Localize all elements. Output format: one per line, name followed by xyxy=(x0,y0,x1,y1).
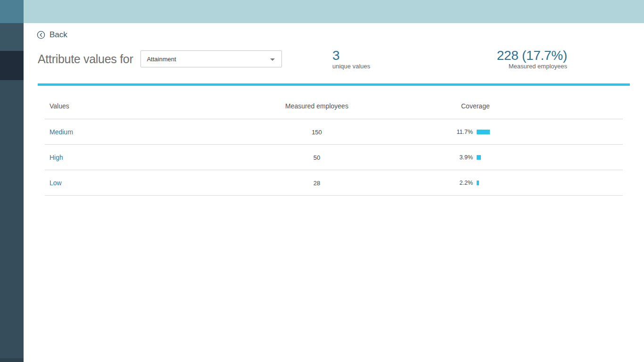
measured-employees-cell: 28 xyxy=(270,170,364,196)
measured-employees-label: Measured employees xyxy=(497,63,567,70)
measured-employees-stat: 228 (17.7%) Measured employees xyxy=(497,49,567,70)
sidebar xyxy=(0,0,24,362)
measured-employees-cell: 150 xyxy=(270,119,364,145)
values-table: Values Measured employees Coverage Mediu… xyxy=(45,92,623,196)
page-title: Attribute values for xyxy=(38,52,133,66)
column-header-measured-employees: Measured employees xyxy=(270,92,364,119)
unique-values-count: 3 xyxy=(332,49,370,62)
table-row: Medium 150 11.7% xyxy=(45,119,623,145)
accent-divider xyxy=(38,83,630,86)
menu-button[interactable] xyxy=(0,23,24,51)
coverage-percent: 11.7% xyxy=(440,129,473,135)
value-link[interactable]: Low xyxy=(50,170,62,196)
sidebar-bottom-strip xyxy=(0,358,24,362)
attribute-dropdown[interactable]: Attainment xyxy=(140,50,282,67)
coverage-bar xyxy=(477,155,481,160)
table-body: Medium 150 11.7% High 50 3.9% Low 28 2.2… xyxy=(45,119,623,196)
coverage-percent: 3.9% xyxy=(440,154,473,161)
column-header-coverage: Coverage xyxy=(461,92,490,119)
table-header-row: Values Measured employees Coverage xyxy=(45,92,623,119)
sidebar-active-item[interactable] xyxy=(0,51,24,80)
coverage-cell: 2.2% xyxy=(440,170,479,196)
attribute-dropdown-value: Attainment xyxy=(147,56,176,63)
measured-employees-count: 228 (17.7%) xyxy=(497,49,567,62)
value-link[interactable]: High xyxy=(50,145,63,170)
column-header-values: Values xyxy=(50,92,69,119)
coverage-bar xyxy=(477,181,479,185)
unique-values-stat: 3 unique values xyxy=(332,49,370,70)
coverage-cell: 11.7% xyxy=(440,119,490,145)
coverage-bar xyxy=(477,130,490,134)
coverage-cell: 3.9% xyxy=(440,145,481,170)
value-link[interactable]: Medium xyxy=(50,119,73,145)
circle-chevron-left-icon xyxy=(37,31,45,39)
sidebar-top-segment xyxy=(0,0,24,23)
measured-employees-cell: 50 xyxy=(270,145,364,170)
unique-values-label: unique values xyxy=(332,63,370,70)
coverage-percent: 2.2% xyxy=(440,180,473,186)
back-label: Back xyxy=(50,30,67,40)
top-app-bar xyxy=(24,0,644,23)
chevron-down-icon xyxy=(270,58,275,61)
table-row: High 50 3.9% xyxy=(45,145,623,170)
table-row: Low 28 2.2% xyxy=(45,170,623,196)
back-button[interactable]: Back xyxy=(37,30,67,40)
